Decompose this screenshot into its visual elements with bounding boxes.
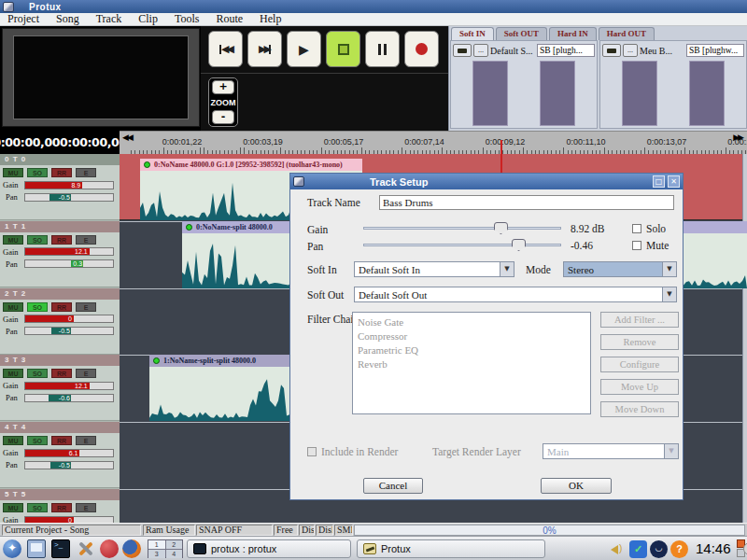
track-header-4[interactable]: 4 T 4MUSORREGain6.1Pan-0.5	[0, 422, 120, 488]
mute-checkbox[interactable]	[632, 241, 641, 250]
track-header-5[interactable]: 5 T 5MUSORREGain0Pan	[0, 489, 120, 523]
vertical-scrollbar[interactable]	[742, 154, 747, 523]
timeline-ruler[interactable]: ◀◀ ▶▶ 0:00:01,220:00:03,190:00:05,170:00…	[120, 131, 747, 154]
desktop-1[interactable]: 1	[148, 540, 165, 549]
ok-button[interactable]: OK	[541, 478, 612, 494]
tools-icon[interactable]	[76, 539, 94, 558]
browser-globe-icon[interactable]: ◡	[650, 540, 668, 558]
pan-slider-handle[interactable]	[512, 239, 526, 251]
track-so-button[interactable]: SO	[27, 168, 48, 177]
filter-item[interactable]: Reverb	[358, 357, 585, 371]
pan-bar[interactable]: -0.6	[24, 394, 114, 402]
close-button[interactable]: ✕	[668, 175, 680, 188]
track-mu-button[interactable]: MU	[3, 503, 23, 512]
solo-checkbox[interactable]	[632, 224, 641, 233]
driver-field[interactable]: SB [plugh...	[537, 44, 595, 57]
track-header-3[interactable]: 3 T 3MUSORREGain12.1Pan-0.6	[0, 355, 120, 421]
track-e-button[interactable]: E	[76, 168, 96, 177]
desktop-3[interactable]: 3	[148, 550, 165, 558]
soft-out-combo[interactable]: Default Soft Out ▼	[354, 287, 677, 302]
track-e-button[interactable]: E	[76, 302, 96, 312]
track-rr-button[interactable]: RR	[51, 168, 72, 177]
pan-bar[interactable]: -0.5	[24, 193, 114, 202]
track-mu-button[interactable]: MU	[3, 369, 23, 378]
pause-button[interactable]	[365, 31, 400, 67]
play-button[interactable]: ▶	[287, 31, 321, 67]
mode-combo[interactable]: Stereo ▼	[563, 261, 677, 277]
menu-item-route[interactable]: Route	[216, 13, 243, 25]
menu-item-song[interactable]: Song	[56, 13, 79, 25]
task-button-protux-terminal[interactable]: protux : protux	[187, 539, 351, 558]
chevron-down-icon[interactable]: ▼	[662, 262, 676, 276]
track-name-input[interactable]: Bass Drums	[379, 195, 674, 210]
track-so-button[interactable]: SO	[27, 235, 48, 245]
track-rr-button[interactable]: RR	[51, 503, 72, 512]
volume-icon[interactable]: )	[609, 540, 627, 558]
tab-soft-in[interactable]: Soft IN	[451, 27, 494, 40]
zoom-out-button[interactable]: -	[212, 110, 234, 124]
firefox-icon[interactable]	[122, 539, 141, 558]
task-button-protux[interactable]: Protux	[357, 539, 545, 558]
k-menu-icon[interactable]: ✦	[3, 539, 21, 558]
gain-bar[interactable]: 12.1	[24, 247, 114, 256]
track-e-button[interactable]: E	[76, 436, 96, 445]
skip-forward-button[interactable]: ▶▶	[247, 31, 282, 67]
pan-slider[interactable]	[363, 239, 561, 251]
driver-field[interactable]: SB [plughw...	[686, 44, 744, 57]
tab-hard-out[interactable]: Hard OUT	[599, 27, 655, 40]
gain-bar[interactable]: 0	[24, 516, 114, 524]
chevron-down-icon[interactable]: ▼	[500, 262, 514, 276]
track-rr-button[interactable]: RR	[51, 235, 72, 245]
track-rr-button[interactable]: RR	[51, 369, 72, 378]
track-e-button[interactable]: E	[76, 503, 96, 512]
gain-bar[interactable]: 0	[24, 315, 114, 323]
filter-item[interactable]: Noise Gate	[358, 315, 585, 329]
terminal-launcher-icon[interactable]: >_	[51, 539, 70, 558]
track-mu-button[interactable]: MU	[3, 436, 23, 445]
browse-button[interactable]: ...	[473, 44, 488, 57]
updates-icon[interactable]: ✓	[629, 540, 647, 558]
device-button[interactable]	[453, 44, 472, 57]
menu-item-tools[interactable]: Tools	[175, 13, 200, 25]
zoom-in-button[interactable]: +	[212, 80, 234, 94]
track-header-0[interactable]: 0 T 0MUSORREGain8.9Pan-0.5	[0, 154, 120, 220]
track-mu-button[interactable]: MU	[3, 302, 23, 312]
dialog-titlebar[interactable]: Track Setup	[290, 174, 683, 189]
stop-button[interactable]	[326, 31, 360, 67]
desktop-4[interactable]: 4	[166, 550, 183, 558]
gain-slider-handle[interactable]	[494, 222, 508, 234]
gain-slider[interactable]	[363, 222, 561, 234]
track-so-button[interactable]: SO	[27, 503, 48, 512]
track-header-2[interactable]: 2 T 2MUSORREGain0Pan-0.5	[0, 288, 120, 355]
track-rr-button[interactable]: RR	[51, 302, 72, 312]
track-e-button[interactable]: E	[76, 235, 96, 245]
cancel-button[interactable]: Cancel	[363, 478, 423, 494]
track-rr-button[interactable]: RR	[51, 436, 72, 445]
gain-bar[interactable]: 8.9	[24, 181, 114, 189]
filter-chain-list[interactable]: Noise GateCompressorParametric EQReverb	[352, 312, 591, 414]
track-header-1[interactable]: 1 T 1MUSORREGain12.1Pan0.3	[0, 221, 120, 287]
menu-item-track[interactable]: Track	[96, 13, 122, 25]
filter-item[interactable]: Parametric EQ	[358, 343, 585, 357]
track-mu-button[interactable]: MU	[3, 235, 23, 245]
menu-item-help[interactable]: Help	[260, 13, 281, 25]
window-titlebar[interactable]: Protux	[0, 0, 747, 13]
gain-bar[interactable]: 6.1	[24, 449, 114, 457]
filter-item[interactable]: Compressor	[358, 329, 585, 343]
media-app-icon[interactable]	[100, 539, 119, 558]
help-icon[interactable]: ?	[670, 540, 688, 558]
device-button[interactable]	[602, 44, 621, 57]
nav-left-icon[interactable]: ◀◀	[122, 133, 132, 142]
pan-bar[interactable]: -0.5	[24, 327, 114, 335]
track-so-button[interactable]: SO	[27, 369, 48, 378]
track-mu-button[interactable]: MU	[3, 168, 23, 177]
maximize-button[interactable]: □	[653, 175, 665, 188]
menu-item-clip[interactable]: Clip	[138, 13, 158, 25]
gain-bar[interactable]: 12.1	[24, 382, 114, 390]
pan-bar[interactable]: -0.5	[24, 461, 114, 469]
taskbar-clock[interactable]: 14:46	[696, 540, 731, 556]
desktop-2[interactable]: 2	[166, 540, 183, 549]
browse-button[interactable]: ...	[623, 44, 638, 57]
tab-hard-in[interactable]: Hard IN	[549, 27, 597, 40]
track-e-button[interactable]: E	[76, 369, 96, 378]
